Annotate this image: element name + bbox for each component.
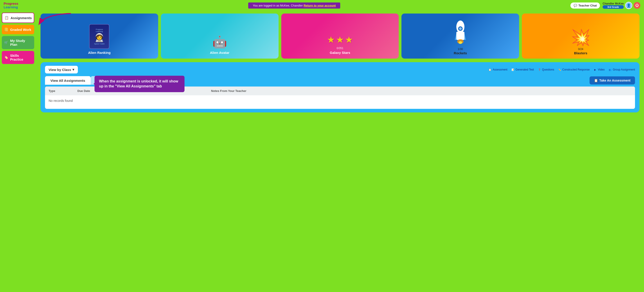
login-banner: You are logged in as McKee, Chandler Ret…: [248, 3, 340, 9]
view-by-class-button[interactable]: View by Class ▾: [45, 66, 78, 73]
legend-generated-test: 📝 Generated Test: [511, 68, 534, 71]
col-type: Type: [48, 89, 76, 93]
col-notes: Notes From Your Teacher: [211, 89, 632, 93]
star-3: ★: [345, 35, 353, 45]
reward-card-blasters[interactable]: 💥 0/24 Blasters: [522, 14, 640, 59]
legend-constructed-response-label: Constructed Response: [562, 68, 590, 71]
galaxy-stars-container: ★ ★ ★: [327, 35, 353, 45]
dropdown-chevron-icon: ▾: [72, 68, 74, 72]
video-icon: ▶: [593, 68, 597, 71]
top-bar: Progress Learning You are logged in as M…: [0, 0, 644, 11]
assignment-panel: View by Class ▾ 📋 Assessment 📝 Generated…: [40, 62, 640, 112]
group-assignment-icon: 👥: [608, 68, 612, 71]
galaxy-stars-label: Galaxy Stars: [330, 51, 350, 55]
svg-marker-3: [464, 34, 466, 40]
sidebar-item-assignments[interactable]: 📋 Assignments: [2, 13, 34, 23]
sidebar-label-assignments: Assignments: [10, 16, 32, 20]
questions-icon: ❓: [538, 68, 541, 71]
sidebar-item-skills-practice[interactable]: 🏷️ Skills Practice: [2, 51, 34, 64]
legend-group-assignment: 👥 Group Assignment: [608, 68, 635, 71]
legend-assessment: 📋 Assessment: [488, 68, 507, 71]
logo[interactable]: Progress Learning: [4, 2, 18, 9]
tab-view-all-assignments[interactable]: View All Assignments: [45, 76, 91, 85]
tooltip-text: When the assignment is unlocked, it will…: [99, 79, 178, 88]
take-assessment-icon: 📋: [594, 79, 598, 82]
assignment-legend: 📋 Assessment 📝 Generated Test ❓ Question…: [488, 68, 635, 71]
return-link[interactable]: Return to your account: [304, 4, 336, 7]
reward-card-rockets[interactable]: 1/30 Rockets: [402, 14, 519, 59]
svg-point-7: [458, 41, 462, 44]
sidebar-item-study-plan[interactable]: 🛒 My Study Plan: [2, 36, 34, 49]
rockets-count: 1/30: [458, 48, 463, 51]
assignments-icon: 📋: [4, 16, 9, 20]
tab-view-all-label: View All Assignments: [50, 79, 85, 82]
user-name: Chandler McKee: [602, 2, 624, 5]
generated-test-icon: 📝: [511, 68, 514, 71]
reward-cards-row: ProgressLearning 🧑‍🚀 Space Cadet Alien R…: [40, 14, 640, 59]
blaster-icon: 💥: [571, 28, 590, 47]
view-by-class-label: View by Class: [48, 68, 71, 72]
svg-point-5: [459, 27, 462, 30]
skills-icon: 🏷️: [4, 55, 8, 60]
top-right-controls: 💬 Teacher Chat Chandler McKee 3rd Grade …: [570, 2, 640, 9]
svg-rect-1: [456, 32, 464, 40]
legend-generated-test-label: Generated Test: [516, 68, 534, 71]
main-content: ProgressLearning 🧑‍🚀 Space Cadet Alien R…: [36, 11, 644, 292]
study-plan-icon: 🛒: [4, 41, 8, 45]
reward-card-alien-ranking[interactable]: ProgressLearning 🧑‍🚀 Space Cadet Alien R…: [40, 14, 158, 59]
legend-assessment-label: Assessment: [492, 68, 507, 71]
progress-learning-small: ProgressLearning: [96, 28, 103, 33]
legend-video-label: Video: [598, 68, 604, 71]
power-icon: ⏻: [635, 3, 639, 8]
blasters-count: 0/24: [578, 48, 583, 51]
user-name-grade: Chandler McKee 3rd Grade: [602, 2, 624, 9]
star-2: ★: [336, 35, 344, 45]
svg-marker-2: [455, 34, 456, 40]
rockets-label: Rockets: [454, 51, 467, 55]
banner-text: You are logged in as McKee, Chandler: [253, 4, 303, 7]
take-assessment-button[interactable]: 📋 Take An Assessment: [590, 76, 635, 84]
teacher-chat-button[interactable]: 💬 Teacher Chat: [570, 3, 600, 9]
alien-avatar-label: Alien Avatar: [210, 51, 229, 55]
space-cadet-figure: 🧑‍🚀: [94, 33, 104, 42]
sidebar: 📋 Assignments 📒 Graded Work 🛒 My Study P…: [0, 11, 36, 292]
table-body: No records found: [45, 95, 635, 109]
reward-card-alien-avatar[interactable]: 🤖 Alien Avatar: [161, 14, 278, 59]
main-layout: 📋 Assignments 📒 Graded Work 🛒 My Study P…: [0, 11, 644, 292]
sidebar-label-study-plan: My Study Plan: [10, 39, 32, 46]
blasters-label: Blasters: [574, 51, 587, 55]
rocket-svg-icon: [452, 20, 468, 46]
legend-video: ▶ Video: [593, 68, 604, 71]
sidebar-label-skills: Skills Practice: [10, 54, 32, 61]
alien-ranking-label: Alien Ranking: [88, 51, 110, 55]
legend-constructed-response: ✏️ Constructed Response: [558, 68, 590, 71]
assessment-icon: 📋: [488, 68, 492, 71]
panel-top-row: View by Class ▾ 📋 Assessment 📝 Generated…: [45, 66, 635, 73]
grade-badge: 3rd Grade: [602, 5, 624, 9]
galaxy-stars-count: 0/351: [337, 47, 344, 50]
constructed-response-icon: ✏️: [558, 68, 562, 71]
empty-message: No records found: [48, 99, 73, 102]
chat-icon: 💬: [574, 4, 577, 7]
power-button[interactable]: ⏻: [634, 2, 640, 9]
alien-bot-icon: 🤖: [212, 35, 227, 49]
space-cadet-card: ProgressLearning 🧑‍🚀 Space Cadet: [89, 24, 109, 49]
sidebar-label-graded-work: Graded Work: [10, 28, 31, 32]
user-info: Chandler McKee 3rd Grade 👤 ⏻: [602, 2, 640, 9]
star-1: ★: [327, 35, 335, 45]
logo-learning: Learning: [4, 6, 18, 9]
space-cadet-label-text: Space Cadet: [94, 43, 104, 45]
legend-questions-label: Questions: [542, 68, 554, 71]
legend-questions: ❓ Questions: [538, 68, 554, 71]
logo-progress: Progress: [4, 2, 18, 6]
reward-card-galaxy-stars[interactable]: ★ ★ ★ 0/351 Galaxy Stars: [281, 14, 399, 59]
avatar[interactable]: 👤: [625, 2, 632, 9]
tooltip-popup: When the assignment is unlocked, it will…: [94, 76, 184, 92]
graded-work-icon: 📒: [4, 28, 8, 32]
sidebar-item-graded-work[interactable]: 📒 Graded Work: [2, 25, 34, 34]
legend-group-assignment-label: Group Assignment: [613, 68, 635, 71]
take-assessment-label: Take An Assessment: [599, 79, 630, 82]
teacher-chat-label: Teacher Chat: [578, 4, 597, 7]
